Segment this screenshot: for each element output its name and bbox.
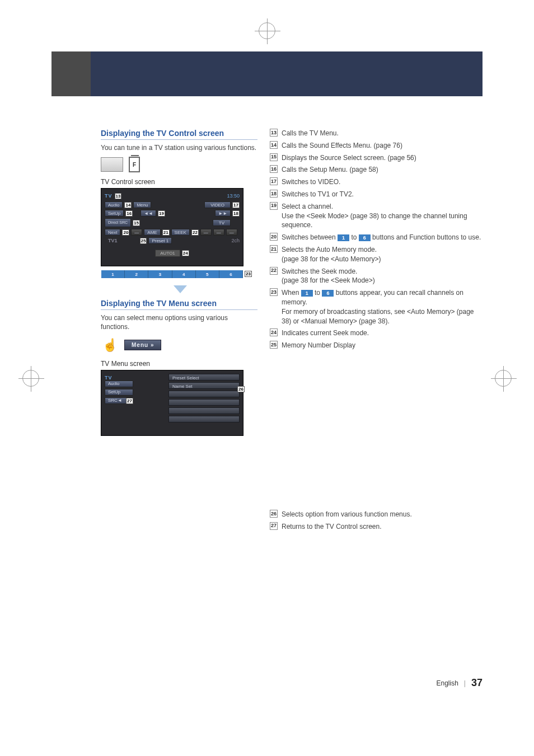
list-item: 27Returns to the TV Control screen. (270, 522, 483, 532)
menu-item-empty[interactable]: . (168, 399, 240, 406)
list-text: Indicates current Seek mode. (282, 328, 483, 338)
list-text: Calls the Sound Effects Menu. (page 76) (282, 141, 483, 151)
tv-btn[interactable]: TV (213, 219, 231, 226)
list-text: Select a channel. Use the <Seek Mode> (p… (282, 202, 483, 230)
list-item: 21Selects the Auto Memory mode. (page 38… (270, 245, 483, 264)
header-band (51, 51, 483, 96)
list-text: Calls the Setup Menu. (page 58) (282, 165, 483, 175)
next-btn[interactable]: Next (105, 229, 120, 236)
reg-mark-left (22, 370, 39, 387)
list-badge: 16 (270, 165, 278, 173)
menu-audio-btn[interactable]: Audio (105, 381, 133, 387)
num-btn-6[interactable]: 6 (219, 270, 243, 278)
list-badge: 14 (270, 141, 278, 149)
menu-item-empty[interactable]: . (168, 416, 240, 422)
callout-list-2: 26Selects option from various function m… (270, 510, 483, 532)
list-text: When 1 to 6 buttons appear, you can reca… (282, 288, 483, 326)
list-badge: 20 (270, 233, 278, 241)
callout-17: 17 (232, 202, 240, 208)
prev-btn[interactable]: ◄◄ (140, 210, 156, 217)
menu-setup-btn[interactable]: SetUp (105, 389, 133, 396)
callout-14: 14 (124, 202, 132, 208)
list-item: 17Switches to VIDEO. (270, 177, 483, 187)
list-item: 18Switches to TV1 or TV2. (270, 190, 483, 199)
menu-desc: You can select menu options using variou… (101, 313, 257, 331)
channel-label: 2ch (231, 238, 240, 243)
section-title-control: Displaying the TV Control screen (101, 129, 257, 140)
dash1[interactable]: — (131, 229, 142, 236)
dash4[interactable]: — (226, 229, 237, 236)
menu-item-empty[interactable]: . (168, 391, 240, 397)
callout-16: 16 (125, 210, 133, 217)
content-area: Displaying the TV Control screen You can… (101, 129, 483, 689)
list-item: 25Memory Number Display (270, 341, 483, 350)
dash3[interactable]: — (213, 229, 224, 236)
list-badge: 23 (270, 288, 278, 296)
menu-item-nameset[interactable]: Name Set (168, 382, 240, 389)
list-badge: 19 (270, 202, 278, 210)
ame-btn[interactable]: AME (144, 229, 160, 236)
dash2[interactable]: — (200, 229, 212, 236)
hand-icon: ☝ (101, 336, 119, 354)
inline-num-btn: 6 (359, 234, 371, 241)
control-desc: You can tune in a TV station using vario… (101, 143, 257, 152)
num-btn-2[interactable]: 2 (125, 270, 148, 278)
list-item: 20Switches between 1 to 6 buttons and Fu… (270, 233, 483, 242)
callout-24: 24 (182, 250, 189, 256)
footer-lang: English (436, 679, 458, 687)
screen-icon: F (129, 157, 140, 172)
num-btn-4[interactable]: 4 (172, 270, 196, 278)
inline-num-btn: 1 (301, 290, 313, 297)
section-title-menu: Displaying the TV Menu screen (101, 299, 257, 310)
tv-control-screen: TV 13 13:50 Audio 14 Menu VIDEO 17 SetUp… (101, 188, 243, 266)
fwd-btn[interactable]: ►► (215, 210, 231, 217)
inline-num-btn: 6 (322, 290, 334, 297)
list-item: 22Switches the Seek mode. (page 38 for t… (270, 267, 483, 286)
list-text: Switches to VIDEO. (282, 177, 483, 187)
tv-title: TV (105, 193, 113, 199)
list-badge: 22 (270, 267, 278, 275)
menu-item-preset[interactable]: Preset Select (168, 374, 240, 381)
num-btn-3[interactable]: 3 (148, 270, 172, 278)
direct-src-btn[interactable]: Direct SRC (105, 218, 131, 227)
setup-btn[interactable]: SetUp (105, 210, 124, 217)
list-badge: 25 (270, 341, 278, 349)
reg-mark-top (259, 22, 275, 39)
audio-btn[interactable]: Audio (105, 201, 123, 208)
list-text: Switches between 1 to 6 buttons and Func… (282, 233, 483, 242)
list-text: Displays the Source Select screen. (page… (282, 153, 483, 163)
list-badge: 26 (270, 510, 278, 518)
menu-item-empty[interactable]: . (168, 407, 240, 414)
callout-22: 22 (191, 229, 199, 236)
seek-mode: AUTO1 (155, 250, 180, 257)
callout-13: 13 (115, 193, 122, 199)
callout-20: 20 (122, 229, 129, 236)
band-label: TV1 (108, 238, 118, 243)
menu-btn[interactable]: Menu (133, 201, 151, 208)
tv-menu-screen: TV Audio SetUp SRC ◄ 27 Preset Select Na… (101, 370, 243, 436)
seek-btn[interactable]: SEEK (171, 229, 190, 236)
list-item: 15Displays the Source Select screen. (pa… (270, 153, 483, 163)
callout-23: 23 (245, 271, 252, 277)
list-badge: 17 (270, 177, 278, 185)
video-btn[interactable]: VIDEO (204, 201, 231, 208)
list-badge: 15 (270, 153, 278, 161)
list-badge: 18 (270, 190, 278, 198)
list-badge: 27 (270, 522, 278, 530)
callout-26: 26 (237, 386, 245, 392)
callout-27: 27 (126, 398, 133, 404)
tv-menu-title: TV (105, 375, 113, 381)
list-item: 19Select a channel. Use the <Seek Mode> … (270, 202, 483, 230)
inline-num-btn: 1 (338, 234, 349, 241)
menu-button[interactable]: Menu » (124, 340, 161, 350)
num-btn-1[interactable]: 1 (101, 270, 125, 278)
list-text: Returns to the TV Control screen. (282, 522, 483, 532)
list-text: Selects option from various function men… (282, 510, 483, 519)
number-strip: 1 2 3 4 5 6 (101, 270, 243, 278)
arrow-down-icon (174, 285, 187, 293)
num-btn-5[interactable]: 5 (196, 270, 219, 278)
list-text: Switches to TV1 or TV2. (282, 190, 483, 199)
callout-18: 18 (232, 210, 240, 217)
list-text: Selects the Auto Memory mode. (page 38 f… (282, 245, 483, 264)
list-text: Calls the TV Menu. (282, 129, 483, 138)
